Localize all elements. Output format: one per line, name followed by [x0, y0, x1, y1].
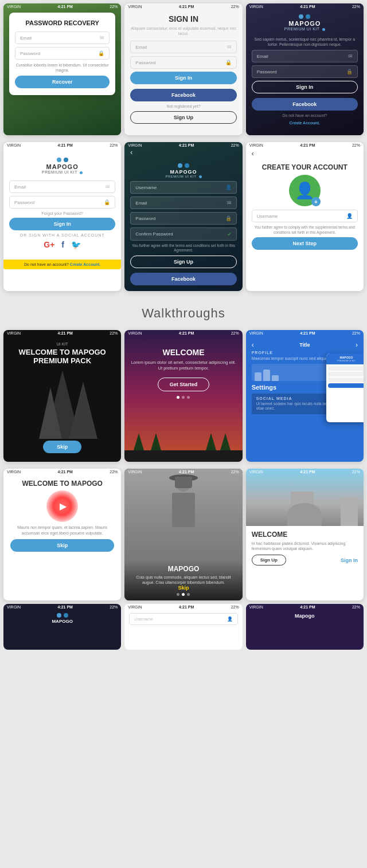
signin-button-social[interactable]: Sign In — [9, 218, 115, 230]
photo-desc: Cras quis nulla commodo, aliquam lectus … — [130, 575, 236, 585]
create-account-bar: Do not have an account? Create Account. — [3, 260, 121, 269]
password-field-1[interactable]: Password 🔒 — [15, 47, 110, 60]
welcome-purple-title: WELCOME — [130, 348, 236, 357]
email-icon-social: ✉ — [106, 184, 110, 190]
dot-blue-1 — [57, 158, 61, 162]
welcome-video-content: WELCOME TO MAPOGO ▶ Mauris non tempor qu… — [3, 475, 121, 556]
avatar-circle: 👤 + — [289, 175, 321, 206]
email-field-1[interactable]: Email ✉ — [15, 32, 110, 44]
panel-title: PASSWORD RECOVERY — [15, 19, 110, 27]
facebook-button-dark[interactable]: Facebook — [252, 98, 358, 111]
signup-button-dark[interactable]: Sign Up — [130, 256, 236, 268]
skip-button-photo[interactable]: Skip — [130, 585, 236, 591]
add-photo-icon[interactable]: + — [311, 197, 321, 206]
mini-button — [328, 383, 364, 388]
username-field-create[interactable]: Username 👤 — [252, 210, 358, 222]
forgot-password-text: Forgot your Password? — [9, 211, 115, 215]
email-field-dark[interactable]: Email ✉ — [252, 50, 358, 62]
create-account-content: CREATE YOUR ACCOUNT 👤 + Username 👤 You f… — [246, 159, 364, 254]
time-1: 4:21 PM — [57, 5, 72, 9]
email-field-2[interactable]: Email ✉ — [130, 41, 236, 53]
create-account-link-dark[interactable]: Create Account. — [252, 121, 358, 125]
back-arrow-dark[interactable]: ‹ — [130, 148, 132, 156]
facebook-button-2[interactable]: Facebook — [130, 89, 236, 101]
dot-2 — [306, 14, 310, 19]
bottom-input-placeholder: Username — [134, 617, 153, 621]
lock-icon-2: 🔒 — [225, 60, 232, 65]
skip-button-video[interactable]: Skip — [10, 539, 114, 552]
password-label-dark: Password — [257, 69, 277, 74]
skip-button-building[interactable]: Skip — [43, 441, 81, 453]
email-label-social: Email — [14, 184, 26, 190]
status-bar-12: VIRGIN 4:21 PM 22% — [246, 469, 364, 475]
photo-overlay: MAPOGO Cras quis nulla commodo, aliquam … — [124, 560, 242, 600]
back-arrow-create[interactable]: ‹ — [252, 150, 254, 158]
welcome-building-content: UI KIT WELCOME TO MAPOGO PREMIUM PACK — [3, 336, 121, 376]
welcome-video-desc: Mauris non tempor quam, et lacinia sapie… — [10, 525, 114, 536]
status-bar-1: VIRGIN 4:21 PM 22% — [3, 3, 121, 10]
time-6: 4:21 PM — [300, 143, 315, 147]
body-text-dark: Sed sapien metus, scelerisque nec pharet… — [252, 37, 358, 47]
welcome-arch-title: WELCOME — [252, 531, 358, 539]
get-started-button[interactable]: Get Started — [158, 378, 210, 391]
dot-signup-1 — [178, 163, 182, 168]
landscape-bottom — [124, 422, 242, 462]
recover-button[interactable]: Recover — [15, 76, 110, 88]
create-account-link-bar[interactable]: Create Account. — [70, 262, 100, 266]
arch-photo-content: WELCOME In hac habitasse platea dictumst… — [246, 526, 364, 570]
brand-sub-signup: PREMIUM UI KIT — [130, 175, 236, 178]
status-bar-4: VIRGIN 4:21 PM 22% — [3, 142, 121, 148]
signin-button-dark[interactable]: Sign In — [252, 81, 358, 93]
email-icon-1: ✉ — [100, 35, 104, 41]
dot-indicator-1 — [177, 396, 179, 399]
password-field-dark[interactable]: Password 🔒 — [252, 65, 358, 78]
signin-button-arch[interactable]: Sign In — [341, 557, 358, 563]
username-field-signup[interactable]: Username 👤 — [130, 181, 236, 194]
confirm-password-field[interactable]: Confirm Password ✓ — [130, 227, 236, 241]
settings-back-arrow[interactable]: ‹ — [252, 341, 254, 349]
signin-button-2[interactable]: Sign In — [130, 72, 236, 84]
email-field-signup[interactable]: Email ✉ — [130, 197, 236, 209]
brand-title-white: MAPOGO — [9, 163, 115, 170]
card-settings-demo: VIRGIN 4:21 PM 22% ‹ Title › PROFILE Mae… — [246, 330, 364, 462]
bottom-mapogo-brand: Mapogo — [251, 613, 359, 619]
email-field-social[interactable]: Email ✉ — [9, 180, 115, 193]
next-step-button[interactable]: Next Step — [252, 237, 358, 250]
battery-2: 22% — [231, 5, 239, 9]
twitter-icon[interactable]: 🐦 — [71, 240, 81, 249]
dot-signup-indicator — [199, 175, 202, 178]
password-field-signup[interactable]: Password 🔒 — [130, 212, 236, 225]
signin-title: SIGN IN — [130, 14, 236, 23]
lock-icon-dark: 🔒 — [346, 69, 353, 74]
mini-phone-body — [326, 364, 364, 391]
signin-dark-content: MAPOGO PREMIUM UI KIT Sed sapien metus, … — [246, 10, 364, 131]
settings-forward-arrow[interactable]: › — [356, 341, 358, 349]
dot-indicator-2 — [182, 396, 185, 399]
dots-indicator — [130, 396, 236, 399]
facebook-button-signup[interactable]: Facebook — [130, 273, 236, 285]
card-signin-light: VIRGIN 4:21 PM 22% SIGN IN Aliquam conse… — [124, 3, 242, 135]
card-welcome-purple: VIRGIN 4:21 PM 22% WELCOME Lorem ipsum d… — [124, 330, 242, 462]
bottom-input[interactable]: Username 👤 — [129, 613, 237, 625]
settings-nav-title: Title — [299, 342, 310, 348]
brand-signup: MAPOGO — [130, 169, 236, 175]
welcome-purple-content: WELCOME Lorem ipsum dolor sit amet, cons… — [124, 336, 242, 404]
uikit-label: UI KIT — [9, 342, 115, 346]
facebook-icon-social[interactable]: f — [61, 240, 64, 249]
google-icon[interactable]: G+ — [44, 240, 54, 249]
password-field-social[interactable]: Password 🔒 — [9, 196, 115, 209]
password-field-2[interactable]: Password 🔒 — [130, 56, 236, 69]
body-text-1: Curabitur lobortis lorem id bibendum. Ut… — [15, 62, 110, 73]
bottom-mapogo-content: Mapogo — [246, 610, 364, 622]
play-icon: ▶ — [60, 501, 67, 512]
welcome-arch-desc: In hac habitasse platea dictumst. Vivamu… — [252, 541, 358, 551]
card-welcome-arch: VIRGIN 4:21 PM 22% WELCOME In hac habita… — [246, 469, 364, 600]
status-bar-b3: VIRGIN 4:21 PM 22% — [246, 604, 364, 610]
welcome-building-title: WELCOME TO MAPOGO PREMIUM PACK — [9, 348, 115, 366]
welcome-video-title: WELCOME TO MAPOGO — [10, 480, 114, 488]
carrier-5: VIRGIN — [128, 143, 142, 147]
email-label-dark: Email — [257, 54, 268, 59]
signup-button-arch[interactable]: Sign Up — [252, 555, 286, 565]
signup-button-2[interactable]: Sign Up — [130, 111, 236, 124]
lock-icon-social: 🔒 — [104, 199, 110, 205]
